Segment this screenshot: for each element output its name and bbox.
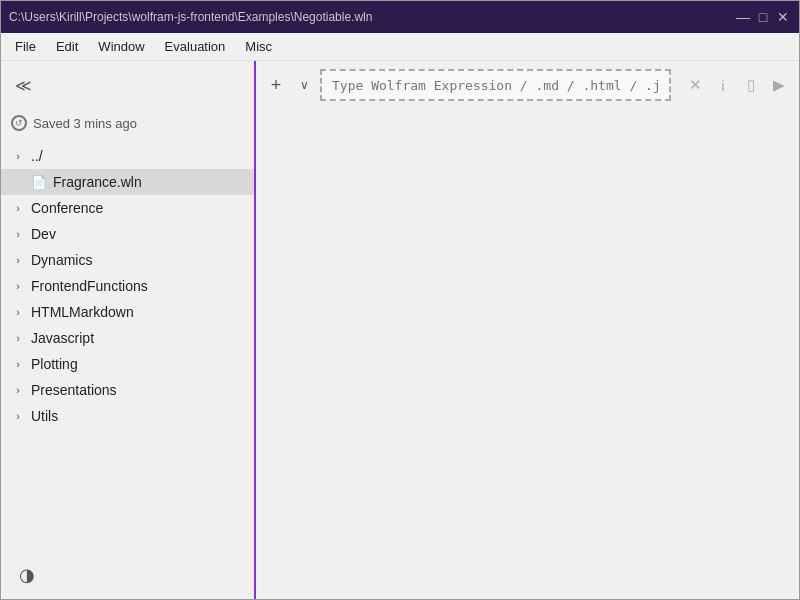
chevron-icon: › <box>11 305 25 319</box>
window-title: C:\Users\Kirill\Projects\wolfram-js-fron… <box>9 10 372 24</box>
theme-toggle-button[interactable]: ◑ <box>13 561 41 589</box>
tree-item-dynamics[interactable]: › Dynamics <box>1 247 254 273</box>
editor-actions: ✕ i ▯ ▶ <box>683 73 791 97</box>
expand-button[interactable]: ▯ <box>739 73 763 97</box>
title-bar-left: C:\Users\Kirill\Projects\wolfram-js-fron… <box>9 10 372 24</box>
saved-icon: ↺ <box>11 115 27 131</box>
chevron-icon: › <box>11 227 25 241</box>
close-button[interactable]: ✕ <box>775 9 791 25</box>
saved-status: ↺ Saved 3 mins ago <box>1 109 254 143</box>
chevron-icon: › <box>11 149 25 163</box>
tree-item-utils[interactable]: › Utils <box>1 403 254 429</box>
editor-area: + ∨ ✕ i ▯ ▶ <box>256 61 799 599</box>
menu-file[interactable]: File <box>5 35 46 58</box>
tree-item-htmlmarkdown[interactable]: › HTMLMarkdown <box>1 299 254 325</box>
tree-item-fragrance[interactable]: 📄 Fragrance.wln <box>1 169 254 195</box>
app-window: C:\Users\Kirill\Projects\wolfram-js-fron… <box>0 0 800 600</box>
menu-bar: File Edit Window Evaluation Misc <box>1 33 799 61</box>
editor-canvas <box>256 109 799 599</box>
chevron-icon: › <box>11 357 25 371</box>
main-content: ≪ ↺ Saved 3 mins ago › ../ 📄 Fragrance.w… <box>1 61 799 599</box>
minimize-button[interactable]: — <box>735 9 751 25</box>
chevron-icon: › <box>11 383 25 397</box>
editor-toolbar: + ∨ ✕ i ▯ ▶ <box>256 61 799 109</box>
close-cell-button[interactable]: ✕ <box>683 73 707 97</box>
sidebar-bottom: ◑ <box>1 551 254 599</box>
menu-window[interactable]: Window <box>88 35 154 58</box>
sidebar-toolbar: ≪ <box>1 61 254 109</box>
expression-input[interactable] <box>320 69 671 101</box>
tree-item-parent[interactable]: › ../ <box>1 143 254 169</box>
tree-item-conference[interactable]: › Conference <box>1 195 254 221</box>
collapse-button[interactable]: ≪ <box>9 71 37 99</box>
tree-item-plotting[interactable]: › Plotting <box>1 351 254 377</box>
sidebar: ≪ ↺ Saved 3 mins ago › ../ 📄 Fragrance.w… <box>1 61 256 599</box>
add-cell-button[interactable]: + <box>264 73 288 97</box>
info-button[interactable]: i <box>711 73 735 97</box>
run-button[interactable]: ▶ <box>767 73 791 97</box>
file-icon: 📄 <box>31 175 47 190</box>
cell-type-dropdown[interactable]: ∨ <box>294 73 314 97</box>
chevron-icon: › <box>11 253 25 267</box>
title-bar: C:\Users\Kirill\Projects\wolfram-js-fron… <box>1 1 799 33</box>
chevron-icon: › <box>11 201 25 215</box>
tree-item-frontendfunctions[interactable]: › FrontendFunctions <box>1 273 254 299</box>
title-bar-controls: — □ ✕ <box>735 9 791 25</box>
tree-item-presentations[interactable]: › Presentations <box>1 377 254 403</box>
menu-misc[interactable]: Misc <box>235 35 282 58</box>
file-tree: › ../ 📄 Fragrance.wln › Conference › <box>1 143 254 551</box>
menu-edit[interactable]: Edit <box>46 35 88 58</box>
saved-status-text: Saved 3 mins ago <box>33 116 137 131</box>
chevron-icon: › <box>11 279 25 293</box>
menu-evaluation[interactable]: Evaluation <box>155 35 236 58</box>
tree-item-dev[interactable]: › Dev <box>1 221 254 247</box>
maximize-button[interactable]: □ <box>755 9 771 25</box>
chevron-icon: › <box>11 331 25 345</box>
chevron-icon: › <box>11 409 25 423</box>
spacer-icon <box>11 175 25 189</box>
tree-item-javascript[interactable]: › Javascript <box>1 325 254 351</box>
